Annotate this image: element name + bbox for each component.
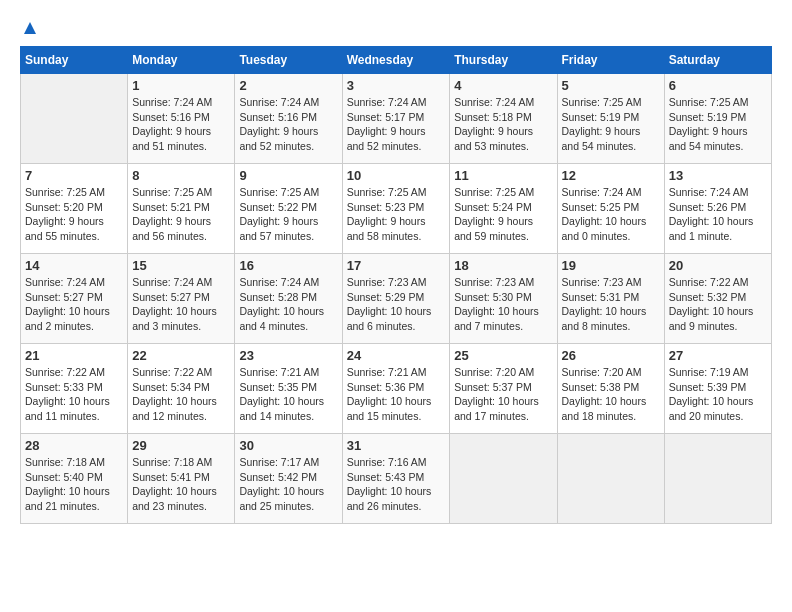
weekday-header-monday: Monday [128, 47, 235, 74]
day-number: 30 [239, 438, 337, 453]
day-info: Sunrise: 7:25 AMSunset: 5:22 PMDaylight:… [239, 185, 337, 244]
day-number: 27 [669, 348, 767, 363]
calendar-cell [664, 434, 771, 524]
weekday-header-row: SundayMondayTuesdayWednesdayThursdayFrid… [21, 47, 772, 74]
day-number: 29 [132, 438, 230, 453]
logo [20, 20, 36, 36]
calendar-cell: 15Sunrise: 7:24 AMSunset: 5:27 PMDayligh… [128, 254, 235, 344]
calendar-cell: 11Sunrise: 7:25 AMSunset: 5:24 PMDayligh… [450, 164, 557, 254]
day-info: Sunrise: 7:20 AMSunset: 5:37 PMDaylight:… [454, 365, 552, 424]
week-row-2: 7Sunrise: 7:25 AMSunset: 5:20 PMDaylight… [21, 164, 772, 254]
week-row-5: 28Sunrise: 7:18 AMSunset: 5:40 PMDayligh… [21, 434, 772, 524]
weekday-header-saturday: Saturday [664, 47, 771, 74]
day-info: Sunrise: 7:22 AMSunset: 5:34 PMDaylight:… [132, 365, 230, 424]
day-info: Sunrise: 7:25 AMSunset: 5:19 PMDaylight:… [669, 95, 767, 154]
calendar-cell [21, 74, 128, 164]
day-info: Sunrise: 7:24 AMSunset: 5:27 PMDaylight:… [25, 275, 123, 334]
weekday-header-sunday: Sunday [21, 47, 128, 74]
svg-marker-0 [24, 22, 36, 34]
day-info: Sunrise: 7:22 AMSunset: 5:33 PMDaylight:… [25, 365, 123, 424]
day-number: 25 [454, 348, 552, 363]
day-number: 5 [562, 78, 660, 93]
calendar-cell: 18Sunrise: 7:23 AMSunset: 5:30 PMDayligh… [450, 254, 557, 344]
calendar-cell: 19Sunrise: 7:23 AMSunset: 5:31 PMDayligh… [557, 254, 664, 344]
day-number: 9 [239, 168, 337, 183]
day-number: 17 [347, 258, 446, 273]
day-number: 19 [562, 258, 660, 273]
calendar-cell: 24Sunrise: 7:21 AMSunset: 5:36 PMDayligh… [342, 344, 450, 434]
logo-icon [22, 20, 38, 36]
calendar-cell: 26Sunrise: 7:20 AMSunset: 5:38 PMDayligh… [557, 344, 664, 434]
weekday-header-tuesday: Tuesday [235, 47, 342, 74]
calendar-cell: 16Sunrise: 7:24 AMSunset: 5:28 PMDayligh… [235, 254, 342, 344]
day-info: Sunrise: 7:19 AMSunset: 5:39 PMDaylight:… [669, 365, 767, 424]
day-info: Sunrise: 7:24 AMSunset: 5:18 PMDaylight:… [454, 95, 552, 154]
day-number: 3 [347, 78, 446, 93]
calendar-cell: 5Sunrise: 7:25 AMSunset: 5:19 PMDaylight… [557, 74, 664, 164]
day-number: 31 [347, 438, 446, 453]
day-number: 8 [132, 168, 230, 183]
week-row-4: 21Sunrise: 7:22 AMSunset: 5:33 PMDayligh… [21, 344, 772, 434]
day-info: Sunrise: 7:25 AMSunset: 5:23 PMDaylight:… [347, 185, 446, 244]
week-row-1: 1Sunrise: 7:24 AMSunset: 5:16 PMDaylight… [21, 74, 772, 164]
calendar-cell: 20Sunrise: 7:22 AMSunset: 5:32 PMDayligh… [664, 254, 771, 344]
day-info: Sunrise: 7:23 AMSunset: 5:29 PMDaylight:… [347, 275, 446, 334]
day-number: 22 [132, 348, 230, 363]
calendar-cell: 2Sunrise: 7:24 AMSunset: 5:16 PMDaylight… [235, 74, 342, 164]
day-number: 21 [25, 348, 123, 363]
calendar-cell: 12Sunrise: 7:24 AMSunset: 5:25 PMDayligh… [557, 164, 664, 254]
day-info: Sunrise: 7:25 AMSunset: 5:20 PMDaylight:… [25, 185, 123, 244]
calendar-cell: 28Sunrise: 7:18 AMSunset: 5:40 PMDayligh… [21, 434, 128, 524]
calendar-cell: 29Sunrise: 7:18 AMSunset: 5:41 PMDayligh… [128, 434, 235, 524]
calendar-cell: 4Sunrise: 7:24 AMSunset: 5:18 PMDaylight… [450, 74, 557, 164]
calendar-cell: 27Sunrise: 7:19 AMSunset: 5:39 PMDayligh… [664, 344, 771, 434]
day-info: Sunrise: 7:17 AMSunset: 5:42 PMDaylight:… [239, 455, 337, 514]
day-info: Sunrise: 7:25 AMSunset: 5:21 PMDaylight:… [132, 185, 230, 244]
day-number: 28 [25, 438, 123, 453]
day-number: 15 [132, 258, 230, 273]
day-number: 18 [454, 258, 552, 273]
week-row-3: 14Sunrise: 7:24 AMSunset: 5:27 PMDayligh… [21, 254, 772, 344]
day-number: 6 [669, 78, 767, 93]
calendar-cell: 25Sunrise: 7:20 AMSunset: 5:37 PMDayligh… [450, 344, 557, 434]
day-info: Sunrise: 7:21 AMSunset: 5:36 PMDaylight:… [347, 365, 446, 424]
weekday-header-friday: Friday [557, 47, 664, 74]
weekday-header-wednesday: Wednesday [342, 47, 450, 74]
day-number: 7 [25, 168, 123, 183]
day-number: 26 [562, 348, 660, 363]
calendar-table: SundayMondayTuesdayWednesdayThursdayFrid… [20, 46, 772, 524]
calendar-cell: 30Sunrise: 7:17 AMSunset: 5:42 PMDayligh… [235, 434, 342, 524]
day-info: Sunrise: 7:24 AMSunset: 5:16 PMDaylight:… [239, 95, 337, 154]
day-info: Sunrise: 7:24 AMSunset: 5:17 PMDaylight:… [347, 95, 446, 154]
day-number: 1 [132, 78, 230, 93]
day-info: Sunrise: 7:25 AMSunset: 5:19 PMDaylight:… [562, 95, 660, 154]
day-number: 2 [239, 78, 337, 93]
weekday-header-thursday: Thursday [450, 47, 557, 74]
day-number: 14 [25, 258, 123, 273]
day-info: Sunrise: 7:23 AMSunset: 5:31 PMDaylight:… [562, 275, 660, 334]
calendar-cell: 13Sunrise: 7:24 AMSunset: 5:26 PMDayligh… [664, 164, 771, 254]
page-header [20, 20, 772, 36]
day-info: Sunrise: 7:24 AMSunset: 5:16 PMDaylight:… [132, 95, 230, 154]
day-info: Sunrise: 7:18 AMSunset: 5:40 PMDaylight:… [25, 455, 123, 514]
calendar-cell: 9Sunrise: 7:25 AMSunset: 5:22 PMDaylight… [235, 164, 342, 254]
day-info: Sunrise: 7:18 AMSunset: 5:41 PMDaylight:… [132, 455, 230, 514]
calendar-cell: 7Sunrise: 7:25 AMSunset: 5:20 PMDaylight… [21, 164, 128, 254]
calendar-cell [450, 434, 557, 524]
day-number: 24 [347, 348, 446, 363]
day-number: 10 [347, 168, 446, 183]
calendar-cell: 22Sunrise: 7:22 AMSunset: 5:34 PMDayligh… [128, 344, 235, 434]
calendar-cell: 17Sunrise: 7:23 AMSunset: 5:29 PMDayligh… [342, 254, 450, 344]
day-number: 4 [454, 78, 552, 93]
day-info: Sunrise: 7:21 AMSunset: 5:35 PMDaylight:… [239, 365, 337, 424]
day-info: Sunrise: 7:23 AMSunset: 5:30 PMDaylight:… [454, 275, 552, 334]
day-number: 23 [239, 348, 337, 363]
day-info: Sunrise: 7:22 AMSunset: 5:32 PMDaylight:… [669, 275, 767, 334]
day-number: 16 [239, 258, 337, 273]
day-info: Sunrise: 7:24 AMSunset: 5:27 PMDaylight:… [132, 275, 230, 334]
calendar-cell [557, 434, 664, 524]
day-number: 12 [562, 168, 660, 183]
day-info: Sunrise: 7:24 AMSunset: 5:28 PMDaylight:… [239, 275, 337, 334]
calendar-cell: 31Sunrise: 7:16 AMSunset: 5:43 PMDayligh… [342, 434, 450, 524]
day-number: 11 [454, 168, 552, 183]
